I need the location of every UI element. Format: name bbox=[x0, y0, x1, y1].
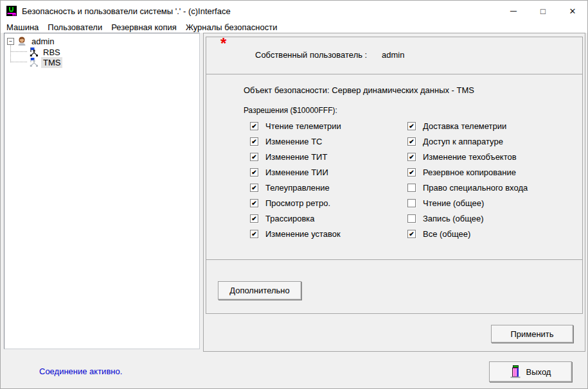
exit-button-label: Выход bbox=[526, 367, 551, 377]
menu-item-журналы-безопасности[interactable]: Журналы безопасности bbox=[183, 22, 281, 32]
permissions-group: * Собственный пользователь : admin Объек… bbox=[206, 37, 583, 314]
user-person-icon bbox=[17, 36, 27, 46]
permission-checkbox[interactable]: ✔ bbox=[407, 153, 416, 161]
close-button[interactable]: ✕ bbox=[558, 1, 587, 21]
permission-row[interactable]: ✔ Изменение ТИИ bbox=[250, 168, 341, 177]
permission-row[interactable]: ✔ Чтение телеметрии bbox=[250, 122, 341, 130]
tree-collapse-icon[interactable]: − bbox=[7, 38, 14, 45]
tree-item-rbs[interactable]: RBS bbox=[28, 47, 62, 57]
permission-label: Чтение телеметрии bbox=[265, 122, 341, 130]
permission-checkbox[interactable]: ✔ bbox=[407, 230, 416, 238]
permission-checkbox[interactable]: ✔ bbox=[250, 199, 258, 207]
permission-checkbox[interactable]: ✔ bbox=[250, 137, 258, 146]
tree-item-tms[interactable]: TMS bbox=[28, 57, 62, 67]
permission-label: Изменение техобъектов bbox=[423, 153, 517, 161]
permission-row[interactable]: ✔ Изменение уставок bbox=[250, 230, 341, 238]
security-object-label: Объект безопасности: Сервер динамических… bbox=[244, 85, 474, 95]
permission-row[interactable]: ✔ Доступ к аппаратуре bbox=[407, 137, 528, 146]
permission-row[interactable]: ✔ Все (общее) bbox=[407, 230, 528, 238]
permissions-column-left: ✔ Чтение телеметрии ✔ Изменение ТС ✔ Изм… bbox=[250, 122, 341, 238]
permission-label: Чтение (общее) bbox=[423, 199, 484, 207]
permission-label: Доступ к аппаратуре bbox=[423, 137, 503, 146]
permission-label: Резервное копирование bbox=[423, 168, 516, 177]
permission-label: Изменение уставок bbox=[265, 230, 341, 238]
app-key-icon bbox=[6, 6, 17, 16]
tree-item-label[interactable]: admin bbox=[30, 36, 56, 47]
own-user-label: Собственный пользователь : bbox=[255, 50, 367, 60]
permission-row[interactable]: ✔ Просмотр ретро. bbox=[250, 199, 341, 207]
permission-row[interactable]: Запись (общее) bbox=[407, 214, 528, 223]
tree-item-admin[interactable]: − admin bbox=[7, 36, 56, 46]
tree-connector-line bbox=[11, 62, 27, 62]
permission-checkbox[interactable] bbox=[407, 199, 416, 207]
permission-label: Трассировка bbox=[265, 214, 315, 223]
maximize-icon: □ bbox=[540, 6, 546, 16]
permission-label: Изменение ТИИ bbox=[265, 168, 328, 177]
security-detail-panel: * Собственный пользователь : admin Объек… bbox=[203, 33, 585, 352]
menu-item-машина[interactable]: Машина bbox=[3, 22, 42, 32]
menu-item-резервная-копия[interactable]: Резервная копия bbox=[108, 22, 180, 32]
permission-label: Доставка телеметрии bbox=[423, 122, 506, 130]
maximize-button[interactable]: □ bbox=[528, 1, 558, 21]
permissions-column-right: ✔ Доставка телеметрии ✔ Доступ к аппарат… bbox=[407, 122, 528, 238]
minimize-icon: ─ bbox=[510, 6, 517, 16]
minimize-button[interactable]: ─ bbox=[499, 1, 528, 21]
permission-row[interactable]: Право специального входа bbox=[407, 184, 528, 192]
permission-row[interactable]: ✔ Изменение ТИТ bbox=[250, 153, 341, 161]
menu-bar: МашинаПользователиРезервная копияЖурналы… bbox=[1, 21, 587, 33]
permission-label: Изменение ТИТ bbox=[265, 153, 327, 161]
exit-button[interactable]: Выход bbox=[489, 361, 572, 382]
connection-status: Соединение активно. bbox=[39, 367, 122, 376]
permission-checkbox[interactable]: ✔ bbox=[407, 122, 416, 130]
permission-checkbox[interactable]: ✔ bbox=[407, 168, 416, 177]
window-title: Безопасность и пользователи системы '.' … bbox=[22, 6, 231, 16]
permission-row[interactable]: ✔ Изменение ТС bbox=[250, 137, 341, 146]
advanced-button[interactable]: Дополнительно bbox=[218, 281, 301, 300]
permission-label: Изменение ТС bbox=[265, 137, 323, 146]
apply-button-label: Применить bbox=[510, 329, 553, 339]
permission-row[interactable]: ✔ Трассировка bbox=[250, 214, 341, 223]
app-window: Безопасность и пользователи системы '.' … bbox=[0, 0, 588, 389]
title-bar: Безопасность и пользователи системы '.' … bbox=[1, 1, 587, 21]
permission-checkbox[interactable]: ✔ bbox=[250, 122, 258, 130]
menu-item-пользователи[interactable]: Пользователи bbox=[44, 22, 105, 32]
apply-button[interactable]: Применить bbox=[491, 325, 573, 343]
permission-checkbox[interactable]: ✔ bbox=[250, 153, 258, 161]
tree-item-label[interactable]: RBS bbox=[41, 47, 62, 58]
permission-label: Право специального входа bbox=[423, 184, 528, 192]
permission-checkbox[interactable]: ✔ bbox=[250, 184, 258, 192]
advanced-button-label: Дополнительно bbox=[229, 286, 290, 295]
permission-row[interactable]: ✔ Изменение техобъектов bbox=[407, 153, 528, 161]
permission-row[interactable]: ✔ Резервное копирование bbox=[407, 168, 528, 177]
permission-checkbox[interactable]: ✔ bbox=[250, 214, 258, 223]
exit-door-icon bbox=[510, 365, 521, 378]
permission-row[interactable]: ✔ Телеуправление bbox=[250, 184, 341, 192]
permission-checkbox[interactable]: ✔ bbox=[407, 137, 416, 146]
security-object-icon bbox=[28, 47, 39, 57]
required-marker: * bbox=[220, 35, 226, 53]
separator bbox=[206, 259, 582, 260]
security-object-icon bbox=[28, 57, 39, 67]
permission-label: Просмотр ретро. bbox=[265, 199, 330, 207]
tree-item-label[interactable]: TMS bbox=[41, 57, 62, 68]
permission-label: Телеуправление bbox=[265, 184, 330, 192]
own-user-value: admin bbox=[382, 50, 404, 60]
user-tree-panel: − admin bbox=[4, 33, 200, 349]
permission-checkbox[interactable]: ✔ bbox=[250, 230, 258, 238]
permission-label: Запись (общее) bbox=[423, 214, 484, 223]
permission-checkbox[interactable] bbox=[407, 184, 416, 192]
tree-connector-line bbox=[10, 44, 11, 62]
permission-row[interactable]: Чтение (общее) bbox=[407, 199, 528, 207]
permission-checkbox[interactable] bbox=[407, 214, 416, 223]
window-controls: ─ □ ✕ bbox=[499, 1, 587, 21]
permission-checkbox[interactable]: ✔ bbox=[250, 168, 258, 177]
permissions-mask-label: Разрешения ($10000FFF): bbox=[244, 106, 337, 115]
close-icon: ✕ bbox=[569, 6, 576, 16]
tree-connector-line bbox=[11, 51, 27, 52]
permission-label: Все (общее) bbox=[423, 230, 470, 238]
separator bbox=[206, 74, 582, 74]
permission-row[interactable]: ✔ Доставка телеметрии bbox=[407, 122, 528, 130]
